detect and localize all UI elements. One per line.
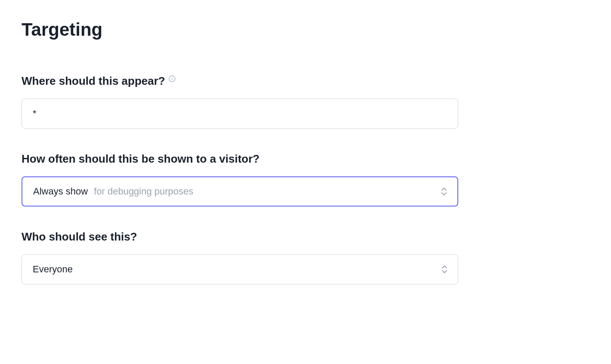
audience-group: Who should see this? Everyone [22,230,589,284]
page-title: Targeting [22,19,589,40]
frequency-selected-value: Always show [33,186,88,197]
where-label-row: Where should this appear? [22,74,589,88]
chevron-up-down-icon [441,264,448,275]
where-label: Where should this appear? [22,74,165,88]
svg-point-2 [172,77,172,77]
frequency-label-row: How often should this be shown to a visi… [22,152,589,166]
frequency-select[interactable]: Always show for debugging purposes [22,176,458,207]
chevron-up-down-icon [440,186,448,197]
frequency-group: How often should this be shown to a visi… [22,152,589,207]
frequency-label: How often should this be shown to a visi… [22,152,259,166]
info-icon[interactable] [169,75,176,82]
audience-select[interactable]: Everyone [22,254,458,284]
frequency-hint: for debugging purposes [94,186,193,197]
where-input[interactable] [22,99,458,129]
audience-selected-value: Everyone [33,264,73,275]
where-group: Where should this appear? [22,74,589,129]
audience-label-row: Who should see this? [22,230,589,244]
audience-label: Who should see this? [22,230,137,244]
